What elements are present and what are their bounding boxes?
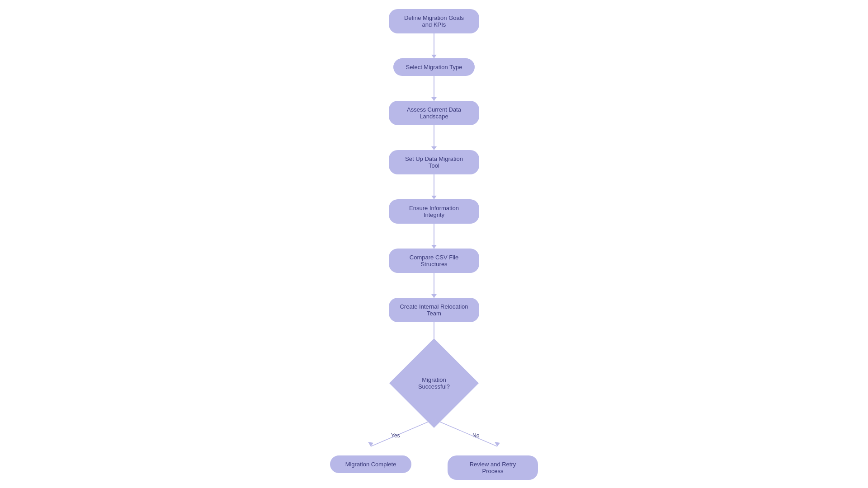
yes-branch: Migration Complete [330, 455, 411, 473]
svg-line-2 [434, 419, 497, 446]
node-review-retry: Review and Retry Process [448, 455, 538, 480]
node-select-migration-type: Select Migration Type [393, 58, 475, 76]
node-migration-complete: Migration Complete [330, 455, 411, 473]
arrow-5 [434, 224, 434, 249]
node-ensure-info-integrity: Ensure Information Integrity [389, 199, 479, 224]
no-branch: Review and Retry Process [448, 455, 538, 480]
bottom-nodes: Migration Complete Review and Retry Proc… [330, 455, 538, 480]
node-create-relocation-team: Create Internal Relocation Team [389, 298, 479, 322]
svg-text:No: No [472, 432, 480, 439]
branch-container: Yes No Migration Complete Review and Ret… [321, 419, 547, 480]
svg-line-0 [371, 419, 434, 446]
svg-text:Yes: Yes [391, 432, 400, 439]
node-assess-data-landscape: Assess Current Data Landscape [389, 101, 479, 125]
arrow-4 [434, 174, 434, 199]
node-define-migration-goals: Define Migration Goals and KPIs [389, 9, 479, 33]
arrow-1 [434, 33, 434, 58]
decision-migration-successful: Migration Successful? [389, 347, 479, 419]
arrow-2 [434, 76, 434, 101]
branch-lines: Yes No [321, 419, 547, 455]
node-setup-migration-tool: Set Up Data Migration Tool [389, 150, 479, 174]
flowchart: Define Migration Goals and KPIs Select M… [321, 0, 547, 480]
node-compare-csv: Compare CSV File Structures [389, 249, 479, 273]
arrow-6 [434, 273, 434, 298]
arrow-3 [434, 125, 434, 150]
